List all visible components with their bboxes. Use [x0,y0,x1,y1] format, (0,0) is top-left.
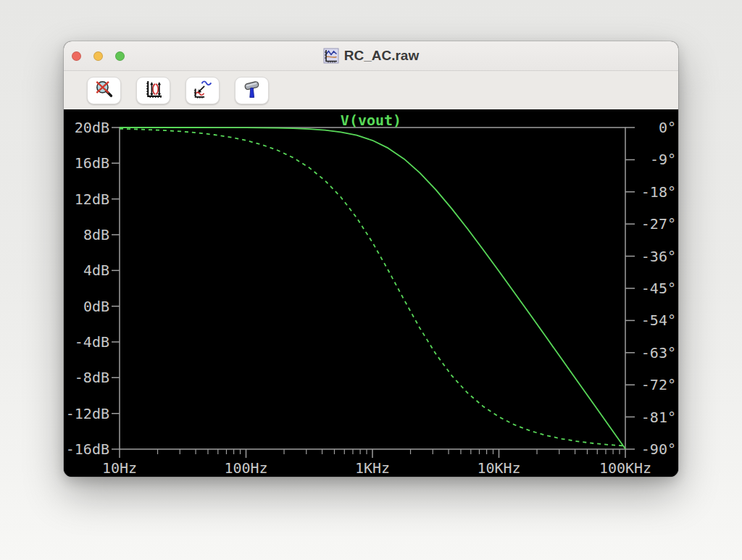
x-tick-label: 100KHz [599,459,651,477]
y-right-tick-label: -54° [641,312,676,329]
y-right-tick-label: -9° [650,151,676,168]
toolbar [64,71,678,109]
x-tick-label: 1KHz [355,459,390,477]
y-right-tick-label: -36° [641,248,676,265]
control-panel-button[interactable] [235,77,269,104]
y-right-tick-label: -63° [641,344,676,362]
zoom-full-extents-icon [94,80,114,101]
y-right-tick-label: -45° [641,280,676,297]
control-panel-hammer-icon [242,80,262,101]
plot-settings-button[interactable] [186,77,220,104]
y-left-tick-label: 16dB [75,154,109,172]
title-group: RC_AC.raw [64,41,678,70]
window-title: RC_AC.raw [344,48,419,64]
y-right-tick-label: -18° [641,183,676,201]
y-right-tick-label: -27° [641,215,676,233]
y-left-tick-label: 8dB [83,226,109,243]
plot-border [120,128,625,449]
y-right-tick-label: -90° [641,440,676,458]
y-right-tick-label: -81° [641,409,676,426]
bode-plot-canvas: 20dB16dB12dB8dB4dB0dB-4dB-8dB-12dB-16dB0… [64,109,678,477]
phase-trace [120,129,625,446]
titlebar[interactable]: RC_AC.raw [64,41,678,71]
autorange-y-axis-button[interactable] [136,77,170,104]
x-tick-label: 10KHz [477,459,520,477]
zoom-full-extents-button[interactable] [87,77,121,104]
waveform-file-icon [323,48,339,64]
y-left-tick-label: -8dB [75,369,109,386]
y-left-tick-label: 4dB [83,262,109,279]
trace-label[interactable]: V(vout) [64,112,678,129]
y-left-tick-label: 12dB [75,191,109,208]
y-right-tick-label: -72° [641,376,676,393]
x-tick-label: 10Hz [102,459,137,477]
autorange-y-axis-icon [143,80,163,101]
y-left-tick-label: 0dB [83,298,109,315]
magnitude-trace [120,128,625,449]
plot-settings-icon [192,80,213,101]
plot-area[interactable]: 20dB16dB12dB8dB4dB0dB-4dB-8dB-12dB-16dB0… [64,109,678,477]
y-left-tick-label: -16dB [66,440,109,458]
y-left-tick-label: -12dB [66,405,109,422]
waveform-viewer-window: RC_AC.raw [64,41,678,477]
x-tick-label: 100Hz [224,459,267,477]
y-left-tick-label: -4dB [75,333,109,351]
